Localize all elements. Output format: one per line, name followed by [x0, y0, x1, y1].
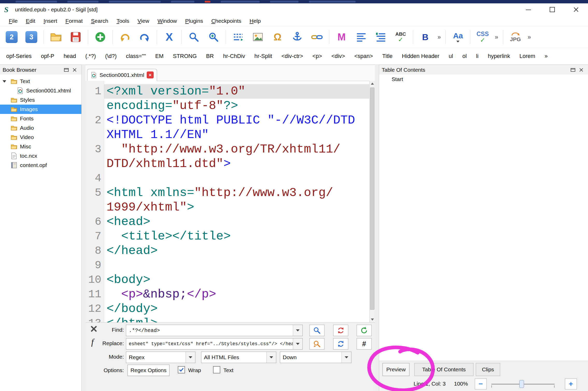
replace-find-button[interactable] [309, 338, 324, 350]
clips-tab[interactable]: Clips [476, 363, 500, 376]
clip-button[interactable]: <div-ctr> [281, 53, 303, 60]
code-line[interactable] [104, 171, 369, 186]
undo-button[interactable] [117, 28, 132, 46]
replace-value[interactable]: esheet" type="text/css" href="../Styles/… [126, 338, 293, 349]
table-of-contents-tab[interactable]: Table Of Contents [414, 363, 473, 376]
menu-edit[interactable]: Edit [22, 17, 39, 25]
clip-button[interactable]: hr-Split [254, 53, 272, 60]
code-line[interactable]: "http://www.w3.org/TR/xhtml11/ [104, 142, 369, 157]
code-line[interactable]: DTD/xhtml11.dtd"> [104, 157, 369, 171]
epub3-button[interactable]: 3 [24, 28, 39, 46]
clip-button[interactable]: STRONG [173, 53, 197, 60]
code-line[interactable]: <?xml version="1.0" [104, 84, 369, 99]
anchor-button[interactable] [290, 28, 305, 46]
scrollbar-thumb[interactable] [370, 88, 374, 310]
toolbar-overflow-chevron[interactable]: » [528, 33, 531, 41]
menu-checkpoints[interactable]: Checkpoints [207, 17, 245, 25]
tree-item-section0001-xhtml[interactable]: Section0001.xhtml [0, 86, 81, 95]
code-line[interactable]: <p>&nbsp;</p> [104, 287, 369, 302]
tab-close-icon[interactable]: × [147, 71, 154, 78]
font-button[interactable]: Aa [450, 28, 465, 46]
mode-select[interactable]: Regex [126, 352, 195, 363]
clip-button[interactable]: (\d?) [105, 53, 117, 60]
tree-item-images[interactable]: Images [0, 105, 81, 114]
add-existing-button[interactable] [93, 28, 108, 46]
panel-splitter[interactable] [82, 65, 86, 391]
restart-search-button[interactable] [357, 325, 372, 336]
menu-plugins[interactable]: Plugins [181, 17, 207, 25]
clip-button[interactable]: head [63, 53, 76, 60]
clip-button[interactable]: ol [462, 53, 467, 60]
code-view[interactable]: 12345678910111213 <?xml version="1.0"enc… [86, 81, 369, 322]
tree-item-text[interactable]: Text [0, 77, 81, 86]
x-tool-button[interactable]: X [162, 28, 177, 46]
open-button[interactable] [48, 28, 63, 46]
panel-splitter[interactable] [375, 65, 379, 391]
split-section-button[interactable] [231, 28, 246, 46]
tab-section0001[interactable]: Section0001.xhtml × [87, 69, 157, 81]
menu-file[interactable]: File [5, 17, 22, 25]
special-character-button[interactable]: Ω [270, 28, 285, 46]
editor-scrollbar[interactable] [369, 81, 375, 322]
code-line[interactable]: <body> [104, 273, 369, 287]
clip-button[interactable]: class="" [126, 53, 146, 60]
replace-current-button[interactable] [333, 338, 348, 350]
clip-button[interactable]: opf-P [41, 53, 54, 60]
bold-button[interactable]: B [418, 28, 433, 46]
clip-button[interactable]: EM [155, 53, 164, 60]
clip-button[interactable]: <span> [354, 53, 373, 60]
replace-all-button[interactable] [333, 325, 348, 336]
spellcheck-button[interactable]: ABC ✓ [393, 28, 408, 46]
scroll-down-arrow[interactable] [370, 317, 375, 322]
code-line[interactable]: XHTML 1.1//EN" [104, 128, 369, 142]
files-dropdown-icon[interactable] [266, 352, 276, 363]
menu-insert[interactable]: Insert [39, 17, 61, 25]
code-line[interactable] [104, 258, 369, 273]
scroll-up-arrow[interactable] [370, 81, 375, 86]
save-button[interactable] [68, 28, 83, 46]
clip-button[interactable]: » [544, 53, 548, 60]
code-line[interactable]: <!DOCTYPE html PUBLIC "-//W3C//DTD [104, 113, 369, 128]
menu-window[interactable]: Window [153, 17, 181, 25]
preview-button[interactable]: Preview [382, 363, 409, 376]
replace-input[interactable]: esheet" type="text/css" href="../Styles/… [126, 338, 303, 350]
tree-expander-icon[interactable] [3, 80, 6, 83]
direction-select[interactable]: Down [280, 352, 351, 363]
css-validate-button[interactable]: CSS ✓ [475, 28, 490, 46]
tree-item-content-opf[interactable]: content.opf [0, 161, 81, 170]
clip-button[interactable]: <div> [331, 53, 345, 60]
find-value[interactable]: .*?</head> [126, 325, 293, 336]
clip-button[interactable]: li [476, 53, 479, 60]
clip-button[interactable]: <p> [313, 53, 322, 60]
tree-item-toc-ncx[interactable]: toc.ncx [0, 151, 81, 161]
direction-dropdown-icon[interactable] [342, 352, 351, 363]
mend-code-button[interactable] [354, 28, 369, 46]
zoom-out-button[interactable]: − [475, 379, 487, 389]
minimize-button[interactable] [516, 3, 540, 16]
epub2-button[interactable]: 2 [4, 28, 19, 46]
code-line[interactable]: <html xmlns="http://www.w3.org/ [104, 186, 369, 200]
replace-dropdown-icon[interactable] [293, 338, 302, 349]
function-mode-icon[interactable]: f [91, 337, 94, 347]
find-button[interactable] [186, 28, 201, 46]
zoom-search-button[interactable] [206, 28, 221, 46]
code-editor[interactable]: <?xml version="1.0"encoding="utf-8"?><!D… [104, 81, 369, 322]
tree-item-fonts[interactable]: Fonts [0, 114, 81, 123]
close-panel-icon[interactable] [70, 66, 79, 74]
zoom-in-button[interactable]: + [565, 379, 577, 389]
zoom-slider-handle[interactable] [519, 380, 524, 388]
clip-button[interactable]: hr-ChDiv [223, 53, 245, 60]
tree-item-styles[interactable]: Styles [0, 95, 81, 105]
mend-prettify-button[interactable] [373, 28, 388, 46]
jpg-convert-button[interactable]: JPG [508, 28, 523, 46]
menu-help[interactable]: Help [245, 17, 265, 25]
menu-search[interactable]: Search [87, 17, 112, 25]
tree-item-audio[interactable]: Audio [0, 123, 81, 133]
toolbar-overflow-chevron[interactable]: » [495, 33, 498, 41]
clip-button[interactable]: Hidden Header [402, 53, 440, 60]
regex-options-button[interactable]: Regex Options [127, 365, 169, 376]
toolbar-overflow-chevron[interactable]: » [437, 33, 441, 41]
toc-item-start[interactable]: Start [379, 75, 588, 84]
clip-button[interactable]: Lorem [520, 53, 535, 60]
tree-item-video[interactable]: Video [0, 133, 81, 142]
